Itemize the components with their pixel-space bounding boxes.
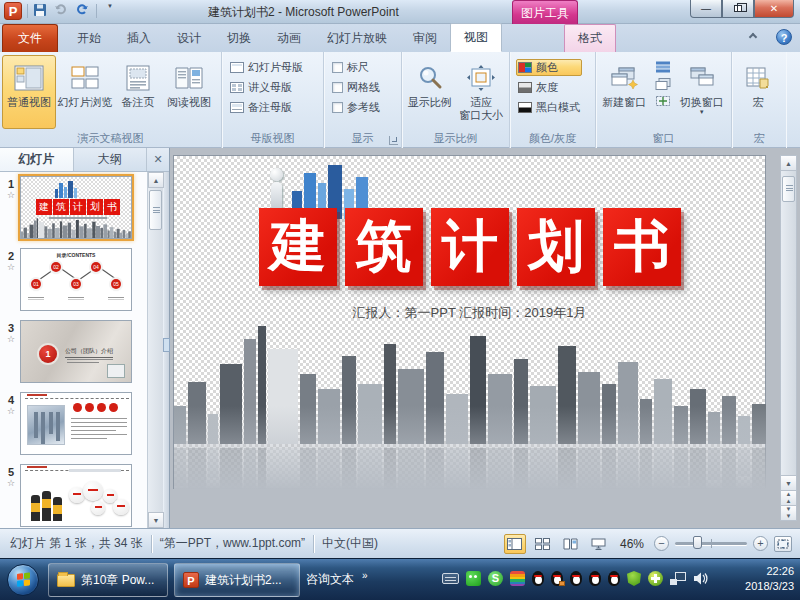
scrollbar-thumb[interactable] — [149, 190, 162, 230]
mini-buildings-graphic — [55, 181, 77, 198]
qq-briefcase-icon[interactable] — [551, 571, 563, 586]
taskbar-toolbar[interactable]: 咨询文本 » — [306, 571, 368, 588]
black-white-button[interactable]: 黑白模式 — [516, 99, 582, 116]
slide-thumbnail[interactable] — [20, 464, 132, 527]
notes-page-button[interactable]: 备注页 — [114, 55, 162, 129]
status-slide-sorter-button[interactable] — [532, 534, 554, 554]
slide-thumbnail[interactable] — [20, 392, 132, 455]
qq-icon[interactable] — [532, 571, 544, 586]
wechat-icon[interactable] — [466, 571, 481, 586]
network-icon[interactable] — [670, 572, 686, 585]
fit-slide-to-window-button[interactable] — [774, 536, 792, 552]
taskbar-powerpoint-button[interactable]: P 建筑计划书2... — [174, 563, 300, 597]
ruler-checkbox[interactable]: 标尺 — [330, 59, 382, 76]
gridlines-checkbox[interactable]: 网格线 — [330, 79, 382, 96]
scrollbar-thumb[interactable] — [782, 176, 795, 202]
status-normal-view-button[interactable] — [504, 534, 526, 554]
rainbow-app-icon[interactable] — [510, 571, 525, 586]
toolbar-label[interactable]: 咨询文本 — [306, 571, 354, 588]
volume-icon[interactable] — [693, 572, 708, 585]
status-reading-view-button[interactable] — [560, 534, 582, 554]
tab-review[interactable]: 审阅 — [400, 25, 450, 52]
move-split-icon[interactable] — [655, 95, 671, 107]
messenger-s-icon[interactable]: S — [488, 571, 503, 586]
title-char: 计 — [431, 208, 509, 286]
slide-canvas[interactable]: 建 筑 计 划 书 汇报人：第一PPT 汇报时间：2019年1月 — [173, 155, 766, 489]
save-icon[interactable] — [33, 3, 49, 19]
zoom-in-button[interactable]: + — [753, 536, 768, 551]
next-slide-icon[interactable]: ▼▼ — [781, 505, 796, 520]
reading-view-button[interactable]: 阅读视图 — [162, 55, 216, 129]
security-shield-icon[interactable] — [627, 571, 641, 586]
window-title: 建筑计划书2 - Microsoft PowerPoint — [208, 4, 399, 21]
panel-splitter[interactable] — [164, 172, 169, 528]
tab-slideshow[interactable]: 幻灯片放映 — [314, 25, 400, 52]
qq-icon[interactable] — [570, 571, 582, 586]
qat-customize-icon[interactable]: ▼ — [102, 3, 118, 19]
tab-view[interactable]: 视图 — [450, 23, 502, 52]
tab-slides[interactable]: 幻灯片 — [0, 148, 74, 171]
qq-icon[interactable] — [608, 571, 620, 586]
minimize-ribbon-button[interactable] — [746, 32, 760, 44]
slide-master-button[interactable]: 幻灯片母版 — [228, 59, 305, 76]
scroll-up-icon[interactable]: ▲ — [148, 172, 164, 188]
zoom-button[interactable]: 显示比例 — [404, 55, 456, 129]
macros-button[interactable]: 宏 — [734, 55, 782, 129]
scroll-up-icon[interactable]: ▲ — [781, 156, 796, 171]
guides-checkbox[interactable]: 参考线 — [330, 99, 382, 116]
undo-icon[interactable] — [54, 3, 70, 19]
tab-insert[interactable]: 插入 — [114, 25, 164, 52]
slide-thumbnail[interactable]: 目录/CONTENTS 01 02 03 04 05 — [20, 248, 132, 311]
powerpoint-app-icon[interactable]: P — [4, 2, 22, 20]
restore-button[interactable] — [722, 0, 754, 18]
status-slideshow-button[interactable] — [588, 534, 610, 554]
tab-transitions[interactable]: 切换 — [214, 25, 264, 52]
color-mode-button[interactable]: 颜色 — [516, 59, 582, 76]
cascade-windows-icon[interactable] — [655, 78, 671, 90]
grayscale-button[interactable]: 灰度 — [516, 79, 582, 96]
qq-icon[interactable] — [589, 571, 601, 586]
redo-icon[interactable] — [75, 3, 91, 19]
zoom-out-button[interactable]: − — [654, 536, 669, 551]
editor-scrollbar[interactable]: ▲ ▼ ▲▲ ▼▼ — [780, 155, 797, 521]
zoom-percentage[interactable]: 46% — [620, 537, 644, 551]
panel-scrollbar[interactable]: ▲ ▼ — [147, 172, 163, 528]
tab-format[interactable]: 格式 — [564, 24, 616, 52]
slide-sorter-button[interactable]: 幻灯片浏览 — [56, 55, 114, 129]
panel-close-icon[interactable]: ✕ — [147, 148, 169, 171]
fit-to-window-button[interactable]: 适应窗口大小 — [456, 55, 508, 129]
mini-circles-graphic — [69, 479, 129, 523]
input-keyboard-icon[interactable] — [442, 573, 459, 584]
slide-thumbnail[interactable]: 1 公司（团队）介绍 — [20, 320, 132, 383]
handout-master-button[interactable]: 讲义母版 — [228, 79, 305, 96]
previous-slide-icon[interactable]: ▲▲ — [781, 490, 796, 505]
help-button[interactable]: ? — [776, 29, 792, 45]
tab-animations[interactable]: 动画 — [264, 25, 314, 52]
new-window-button[interactable]: 新建窗口 — [598, 55, 651, 129]
scroll-down-icon[interactable]: ▼ — [148, 512, 164, 528]
close-button[interactable]: ✕ — [754, 0, 794, 18]
slide-master-icon — [230, 62, 244, 73]
arrange-all-icon[interactable] — [655, 61, 671, 73]
dialog-launcher-icon[interactable] — [389, 136, 398, 145]
taskbar-clock[interactable]: 22:26 2018/3/23 — [745, 564, 794, 594]
zoom-slider-thumb[interactable] — [693, 536, 702, 549]
tab-design[interactable]: 设计 — [164, 25, 214, 52]
toolbar-chevron-icon[interactable]: » — [362, 570, 368, 581]
normal-view-button[interactable]: 普通视图 — [2, 55, 56, 129]
scroll-down-icon[interactable]: ▼ — [781, 475, 796, 490]
tab-outline[interactable]: 大纲 — [74, 148, 148, 171]
tab-file[interactable]: 文件 — [2, 24, 58, 52]
language-indicator[interactable]: 中文(中国) — [322, 535, 378, 552]
tab-home[interactable]: 开始 — [64, 25, 114, 52]
zoom-slider[interactable] — [675, 542, 747, 545]
splitter-handle[interactable] — [163, 338, 170, 352]
switch-windows-button[interactable]: 切换窗口 ▼ — [675, 55, 729, 129]
notes-master-button[interactable]: 备注母版 — [228, 99, 305, 116]
taskbar-folder-button[interactable]: 第10章 Pow... — [48, 563, 168, 597]
safety-plus-icon[interactable] — [648, 571, 663, 586]
title-bar: P ▼ 建筑计划书2 - Microsoft PowerPoint 图片工具 —… — [0, 0, 800, 24]
slide-thumbnail[interactable]: 建筑计划书 — [20, 176, 132, 239]
minimize-button[interactable]: — — [690, 0, 722, 18]
start-button[interactable] — [7, 564, 39, 596]
